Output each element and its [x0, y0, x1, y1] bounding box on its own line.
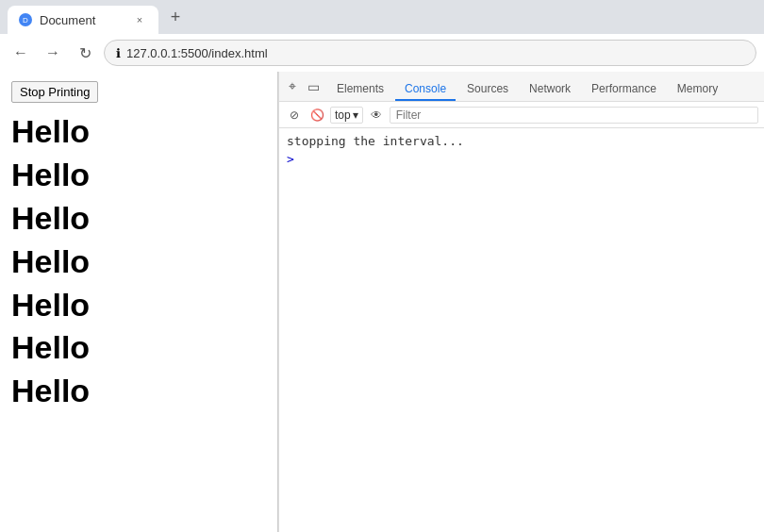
block-icon[interactable]: 🚫: [307, 106, 326, 125]
console-log-line: stopping the interval...: [287, 132, 756, 150]
eye-icon[interactable]: 👁: [367, 106, 386, 125]
hello-item: Hello: [11, 370, 266, 413]
hello-item: Hello: [11, 241, 266, 284]
inspect-element-icon[interactable]: ⌖: [285, 76, 300, 96]
reload-button[interactable]: ↻: [72, 40, 98, 66]
devtools-tab-sources[interactable]: Sources: [457, 78, 518, 101]
new-tab-button[interactable]: +: [162, 4, 189, 30]
top-selector-label: top: [335, 108, 351, 122]
devtools-tab-performance[interactable]: Performance: [582, 78, 666, 101]
devtools-panel: ⌖ ▭ ElementsConsoleSourcesNetworkPerform…: [278, 72, 764, 532]
hello-list: HelloHelloHelloHelloHelloHelloHello: [11, 110, 266, 413]
page-content: Stop Printing HelloHelloHelloHelloHelloH…: [0, 72, 278, 532]
tab-bar: D Document × +: [0, 0, 764, 34]
top-selector[interactable]: top ▾: [330, 107, 363, 124]
console-output-area: stopping the interval... >: [279, 128, 764, 532]
address-text: 127.0.0.1:5500/index.html: [126, 46, 268, 60]
stop-printing-button[interactable]: Stop Printing: [11, 81, 98, 103]
console-prompt[interactable]: >: [287, 150, 756, 168]
devtools-tab-memory[interactable]: Memory: [668, 78, 727, 101]
tab-favicon: D: [19, 13, 32, 26]
forward-button[interactable]: →: [40, 40, 66, 66]
tab-close-button[interactable]: ×: [132, 12, 147, 27]
hello-item: Hello: [11, 284, 266, 327]
browser-chrome: D Document × + ← → ↻ ℹ 127.0.0.1:5500/in…: [0, 0, 764, 72]
address-lock-icon: ℹ: [116, 46, 121, 60]
devtools-tabs: ElementsConsoleSourcesNetworkPerformance…: [327, 72, 758, 101]
main-area: Stop Printing HelloHelloHelloHelloHelloH…: [0, 72, 764, 532]
devtools-tab-console[interactable]: Console: [395, 78, 456, 101]
hello-item: Hello: [11, 326, 266, 370]
devtools-tab-network[interactable]: Network: [520, 78, 580, 101]
back-button[interactable]: ←: [8, 40, 34, 66]
tab-title: Document: [40, 13, 125, 27]
hello-item: Hello: [11, 197, 266, 241]
filter-input[interactable]: [390, 107, 758, 124]
hello-item: Hello: [11, 110, 266, 154]
devtools-tab-elements[interactable]: Elements: [327, 78, 393, 101]
browser-tab[interactable]: D Document ×: [8, 6, 158, 34]
address-bar[interactable]: ℹ 127.0.0.1:5500/index.html: [104, 40, 756, 66]
dropdown-chevron-icon: ▾: [353, 108, 358, 122]
hello-item: Hello: [11, 154, 266, 197]
nav-bar: ← → ↻ ℹ 127.0.0.1:5500/index.html: [0, 34, 764, 72]
device-toggle-icon[interactable]: ▭: [304, 77, 324, 96]
clear-console-button[interactable]: ⊘: [285, 106, 304, 125]
console-toolbar: ⊘ 🚫 top ▾ 👁: [279, 102, 764, 128]
